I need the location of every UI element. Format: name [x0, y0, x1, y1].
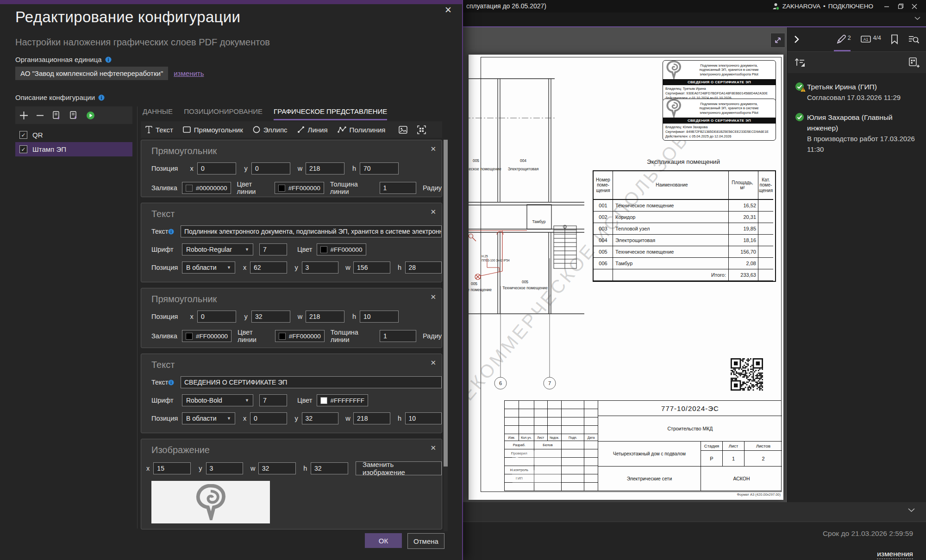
remove-layer-button[interactable]: [36, 111, 44, 120]
collapse-panel-icon[interactable]: [794, 35, 799, 44]
table-header: Площадь, м²: [729, 171, 758, 200]
dialog-close-icon[interactable]: ✕: [444, 6, 452, 14]
expand-view-button[interactable]: [770, 33, 785, 48]
minimize-button[interactable]: [880, 0, 894, 12]
add-stamp-icon[interactable]: [907, 56, 920, 68]
cancel-button[interactable]: Отмена: [407, 533, 444, 549]
chevron-down-icon[interactable]: [914, 16, 920, 20]
tab-bookmarks[interactable]: [890, 34, 899, 45]
add-ellipse-button[interactable]: Эллипс: [253, 126, 288, 134]
line-width-input[interactable]: 1: [380, 330, 416, 342]
room-number: 005: [473, 158, 479, 163]
scrollbar-thumb[interactable]: [444, 140, 448, 467]
collapse-bottom-panel-icon[interactable]: [908, 508, 915, 512]
rect-x-input[interactable]: 0: [197, 162, 236, 174]
image-h-input[interactable]: 32: [311, 462, 348, 474]
text-value-input[interactable]: Подлинник электронного документа, подпис…: [181, 225, 442, 237]
font-select[interactable]: Roboto-Regular▼: [182, 243, 253, 255]
tab-positioning[interactable]: ПОЗИЦИОНИРОВАНИЕ: [184, 107, 263, 120]
line-color-picker[interactable]: #FF000000: [275, 182, 324, 194]
overlay-sign-button[interactable]: ▶: [512, 451, 561, 465]
config-item-qr[interactable]: ✓ QR: [15, 128, 132, 142]
config-item-stamp[interactable]: ✓ Штамп ЭП: [15, 142, 132, 156]
text-w-input[interactable]: 156: [353, 261, 390, 274]
text-h-input[interactable]: 28: [405, 261, 442, 274]
export-config-button[interactable]: [52, 111, 61, 120]
restore-button[interactable]: [894, 0, 907, 12]
image-y-input[interactable]: 3: [206, 462, 244, 474]
close-window-button[interactable]: [907, 0, 921, 12]
card-close-icon[interactable]: ✕: [430, 293, 436, 301]
changes-link[interactable]: изменения: [877, 550, 913, 559]
tab-graphic-representation[interactable]: ГРАФИЧЕСКОЕ ПРЕДСТАВЛЕНИЕ: [274, 107, 387, 120]
fill-color-picker[interactable]: #00000000: [182, 182, 231, 194]
tab-comments[interactable]: A1 4/4: [860, 34, 881, 45]
text-x-input[interactable]: 62: [250, 261, 287, 274]
dialog-scrollbar[interactable]: [444, 139, 448, 531]
font-select[interactable]: Roboto-Bold▼: [182, 394, 253, 406]
rect-x-input[interactable]: 0: [197, 311, 236, 323]
text-color-picker[interactable]: #FF000000: [317, 243, 366, 255]
text-h-input[interactable]: 10: [405, 412, 442, 424]
text-x-input[interactable]: 0: [250, 412, 287, 424]
rect-h-input[interactable]: 70: [360, 162, 399, 174]
line-width-input[interactable]: 1: [380, 182, 416, 194]
object-name: Четырехэтажный дом с подвалом: [598, 442, 701, 466]
checkbox-checked[interactable]: ✓: [19, 131, 27, 139]
tab-data[interactable]: ДАННЫЕ: [143, 107, 173, 120]
add-line-button[interactable]: Линия: [297, 126, 328, 134]
table-total-row: Итого:233,63: [594, 269, 775, 281]
card-close-icon[interactable]: ✕: [430, 444, 436, 452]
overlay-dropdown-button[interactable]: ▾: [512, 470, 561, 483]
stage-header: Стадия: [701, 442, 723, 450]
add-image-button[interactable]: [399, 126, 407, 134]
room-name: Техническое помещение: [469, 167, 501, 171]
fill-color-picker[interactable]: #FF000000: [182, 330, 232, 342]
organization-name: АСКОН: [701, 467, 782, 491]
image-w-input[interactable]: 32: [258, 462, 296, 474]
text-y-input[interactable]: 3: [302, 261, 338, 274]
position-mode-select[interactable]: В области▼: [182, 412, 235, 424]
signature-entry[interactable]: Юлия Захарова (Главный инженер) В произв…: [795, 112, 919, 155]
font-size-input[interactable]: 7: [259, 394, 287, 406]
bookmark-icon: [890, 34, 899, 45]
tab-search-results[interactable]: [908, 34, 920, 45]
annotations-sidebar: 2 A1 4/4: [787, 27, 926, 502]
card-close-icon[interactable]: ✕: [430, 359, 436, 367]
run-preview-button[interactable]: [86, 111, 95, 120]
rect-w-input[interactable]: 218: [306, 162, 344, 174]
sort-annotations-icon[interactable]: [794, 57, 806, 68]
user-status[interactable]: ZAKHAROVA • ПОДКЛЮЧЕНО: [772, 2, 873, 10]
text-w-input[interactable]: 218: [353, 412, 390, 424]
signature-entry[interactable]: Третьяк Ирина (ГИП) Согласовал 17.03.202…: [795, 81, 919, 103]
add-polyline-button[interactable]: Полилиния: [338, 126, 386, 134]
position-mode-select[interactable]: В области▼: [182, 261, 235, 274]
stamp-header-line: подписанный ЭП, хранится в системе: [684, 106, 774, 111]
text-y-input[interactable]: 32: [302, 412, 338, 424]
card-close-icon[interactable]: ✕: [430, 208, 436, 216]
import-config-button[interactable]: [69, 111, 78, 120]
replace-image-button[interactable]: Заменить изображение: [356, 461, 442, 475]
image-x-input[interactable]: 15: [153, 462, 191, 474]
line-color-picker[interactable]: #FF000000: [275, 330, 325, 342]
add-text-button[interactable]: Текст: [145, 126, 173, 134]
add-qr-button[interactable]: [417, 125, 426, 134]
ok-button[interactable]: ОК: [365, 533, 402, 548]
document-number: 777-10/2024-ЭС: [598, 401, 782, 416]
add-rectangle-button[interactable]: Прямоугольник: [183, 126, 243, 134]
rect-y-input[interactable]: 0: [251, 162, 290, 174]
rect-y-input[interactable]: 32: [251, 311, 290, 323]
add-layer-button[interactable]: [19, 111, 28, 120]
card-title: Изображение: [151, 445, 442, 455]
org-change-link[interactable]: изменить: [174, 69, 204, 77]
tab-annotations[interactable]: 2: [836, 34, 851, 45]
room-table-title: Экспликация помещений: [593, 158, 774, 165]
font-size-input[interactable]: 7: [259, 243, 287, 255]
text-color-picker[interactable]: #FFFFFFFF: [317, 394, 368, 406]
card-close-icon[interactable]: ✕: [430, 145, 436, 153]
text-value-input[interactable]: СВЕДЕНИЯ О СЕРТИФИКАТЕ ЭП: [181, 376, 442, 388]
rect-h-input[interactable]: 10: [360, 311, 399, 323]
checkbox-checked[interactable]: ✓: [19, 145, 27, 153]
rect-w-input[interactable]: 218: [306, 311, 344, 323]
dialog-title: Редактирование конфигурации: [15, 8, 240, 26]
